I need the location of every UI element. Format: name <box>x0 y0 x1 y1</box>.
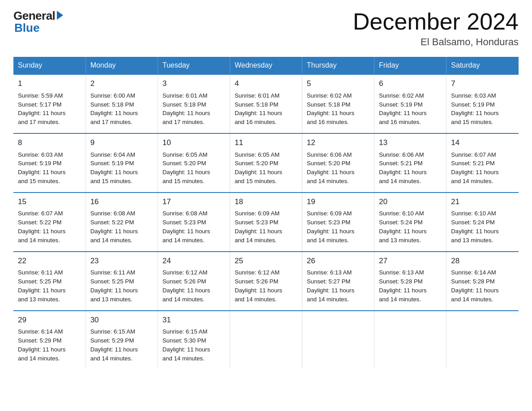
calendar-cell: 13Sunrise: 6:06 AM Sunset: 5:21 PM Dayli… <box>374 133 446 193</box>
day-number: 28 <box>451 256 514 267</box>
calendar-cell: 10Sunrise: 6:05 AM Sunset: 5:20 PM Dayli… <box>158 133 230 193</box>
day-number: 10 <box>163 137 225 149</box>
calendar-cell: 21Sunrise: 6:10 AM Sunset: 5:24 PM Dayli… <box>446 193 519 252</box>
day-number: 18 <box>235 197 297 208</box>
calendar-week-5: 29Sunrise: 6:14 AM Sunset: 5:29 PM Dayli… <box>13 311 519 369</box>
calendar-week-2: 8Sunrise: 6:03 AM Sunset: 5:19 PM Daylig… <box>13 133 519 193</box>
day-number: 26 <box>307 256 369 267</box>
day-number: 4 <box>235 78 297 90</box>
day-info: Sunrise: 6:11 AM Sunset: 5:25 PM Dayligh… <box>90 268 153 304</box>
day-info: Sunrise: 6:15 AM Sunset: 5:30 PM Dayligh… <box>163 327 225 363</box>
calendar-cell: 5Sunrise: 6:02 AM Sunset: 5:18 PM Daylig… <box>302 74 374 133</box>
calendar-week-1: 1Sunrise: 5:59 AM Sunset: 5:17 PM Daylig… <box>13 74 519 133</box>
day-number: 8 <box>18 137 81 149</box>
day-number: 13 <box>379 137 442 149</box>
day-info: Sunrise: 6:07 AM Sunset: 5:21 PM Dayligh… <box>451 150 514 186</box>
logo-triangle-icon <box>57 11 63 20</box>
calendar-cell: 2Sunrise: 6:00 AM Sunset: 5:18 PM Daylig… <box>86 74 158 133</box>
day-info: Sunrise: 6:09 AM Sunset: 5:23 PM Dayligh… <box>235 209 297 244</box>
day-info: Sunrise: 6:07 AM Sunset: 5:22 PM Dayligh… <box>18 209 81 244</box>
calendar-cell <box>230 311 302 369</box>
day-info: Sunrise: 6:13 AM Sunset: 5:28 PM Dayligh… <box>379 268 442 304</box>
day-info: Sunrise: 6:05 AM Sunset: 5:20 PM Dayligh… <box>163 150 225 186</box>
day-info: Sunrise: 6:03 AM Sunset: 5:19 PM Dayligh… <box>451 91 514 127</box>
day-info: Sunrise: 6:06 AM Sunset: 5:20 PM Dayligh… <box>307 150 369 186</box>
day-number: 14 <box>451 137 514 149</box>
day-info: Sunrise: 6:03 AM Sunset: 5:19 PM Dayligh… <box>18 150 81 186</box>
day-info: Sunrise: 6:02 AM Sunset: 5:18 PM Dayligh… <box>307 91 369 127</box>
header-tuesday: Tuesday <box>158 57 230 74</box>
calendar-cell: 9Sunrise: 6:04 AM Sunset: 5:19 PM Daylig… <box>86 133 158 193</box>
calendar-cell: 1Sunrise: 5:59 AM Sunset: 5:17 PM Daylig… <box>13 74 86 133</box>
day-info: Sunrise: 6:02 AM Sunset: 5:19 PM Dayligh… <box>379 91 442 127</box>
day-number: 16 <box>90 197 153 208</box>
day-info: Sunrise: 6:05 AM Sunset: 5:20 PM Dayligh… <box>235 150 297 186</box>
day-number: 9 <box>90 137 153 149</box>
calendar-cell: 7Sunrise: 6:03 AM Sunset: 5:19 PM Daylig… <box>446 74 519 133</box>
day-number: 2 <box>90 78 153 90</box>
day-info: Sunrise: 6:09 AM Sunset: 5:23 PM Dayligh… <box>307 209 369 244</box>
header-wednesday: Wednesday <box>230 57 302 74</box>
header-monday: Monday <box>86 57 158 74</box>
day-info: Sunrise: 6:08 AM Sunset: 5:23 PM Dayligh… <box>163 209 225 244</box>
day-info: Sunrise: 6:12 AM Sunset: 5:26 PM Dayligh… <box>163 268 225 304</box>
day-number: 27 <box>379 256 442 267</box>
calendar-cell: 6Sunrise: 6:02 AM Sunset: 5:19 PM Daylig… <box>374 74 446 133</box>
day-info: Sunrise: 6:04 AM Sunset: 5:19 PM Dayligh… <box>90 150 153 186</box>
header-sunday: Sunday <box>13 57 86 74</box>
calendar-cell: 16Sunrise: 6:08 AM Sunset: 5:22 PM Dayli… <box>86 193 158 252</box>
calendar-cell: 25Sunrise: 6:12 AM Sunset: 5:26 PM Dayli… <box>230 252 302 311</box>
day-info: Sunrise: 6:14 AM Sunset: 5:28 PM Dayligh… <box>451 268 514 304</box>
day-number: 31 <box>163 315 225 326</box>
calendar-cell <box>302 311 374 369</box>
calendar-cell: 28Sunrise: 6:14 AM Sunset: 5:28 PM Dayli… <box>446 252 519 311</box>
title-section: December 2024 El Balsamo, Honduras <box>353 9 519 48</box>
day-number: 17 <box>163 197 225 208</box>
calendar-cell: 19Sunrise: 6:09 AM Sunset: 5:23 PM Dayli… <box>302 193 374 252</box>
logo-blue-text: Blue <box>13 21 39 35</box>
subtitle: El Balsamo, Honduras <box>353 36 519 48</box>
calendar-table: SundayMondayTuesdayWednesdayThursdayFrid… <box>13 57 519 369</box>
page-header: General Blue December 2024 El Balsamo, H… <box>13 9 519 48</box>
day-number: 12 <box>307 137 369 149</box>
day-number: 1 <box>18 78 81 90</box>
day-number: 24 <box>163 256 225 267</box>
calendar-cell: 22Sunrise: 6:11 AM Sunset: 5:25 PM Dayli… <box>13 252 86 311</box>
header-thursday: Thursday <box>302 57 374 74</box>
day-number: 19 <box>307 197 369 208</box>
calendar-cell: 31Sunrise: 6:15 AM Sunset: 5:30 PM Dayli… <box>158 311 230 369</box>
calendar-cell: 17Sunrise: 6:08 AM Sunset: 5:23 PM Dayli… <box>158 193 230 252</box>
day-info: Sunrise: 6:14 AM Sunset: 5:29 PM Dayligh… <box>18 327 81 363</box>
day-number: 25 <box>235 256 297 267</box>
day-info: Sunrise: 6:11 AM Sunset: 5:25 PM Dayligh… <box>18 268 81 304</box>
calendar-cell: 18Sunrise: 6:09 AM Sunset: 5:23 PM Dayli… <box>230 193 302 252</box>
day-info: Sunrise: 6:06 AM Sunset: 5:21 PM Dayligh… <box>379 150 442 186</box>
day-number: 23 <box>90 256 153 267</box>
main-title: December 2024 <box>353 9 519 34</box>
day-info: Sunrise: 5:59 AM Sunset: 5:17 PM Dayligh… <box>18 91 81 127</box>
day-number: 3 <box>163 78 225 90</box>
calendar-week-4: 22Sunrise: 6:11 AM Sunset: 5:25 PM Dayli… <box>13 252 519 311</box>
day-number: 20 <box>379 197 442 208</box>
day-number: 22 <box>18 256 81 267</box>
day-number: 15 <box>18 197 81 208</box>
calendar-cell: 24Sunrise: 6:12 AM Sunset: 5:26 PM Dayli… <box>158 252 230 311</box>
calendar-cell: 11Sunrise: 6:05 AM Sunset: 5:20 PM Dayli… <box>230 133 302 193</box>
logo: General Blue <box>13 9 63 35</box>
calendar-cell: 14Sunrise: 6:07 AM Sunset: 5:21 PM Dayli… <box>446 133 519 193</box>
day-number: 30 <box>90 315 153 326</box>
calendar-cell: 12Sunrise: 6:06 AM Sunset: 5:20 PM Dayli… <box>302 133 374 193</box>
day-info: Sunrise: 6:00 AM Sunset: 5:18 PM Dayligh… <box>90 91 153 127</box>
calendar-cell: 26Sunrise: 6:13 AM Sunset: 5:27 PM Dayli… <box>302 252 374 311</box>
day-number: 7 <box>451 78 514 90</box>
day-info: Sunrise: 6:10 AM Sunset: 5:24 PM Dayligh… <box>379 209 442 244</box>
calendar-cell: 3Sunrise: 6:01 AM Sunset: 5:18 PM Daylig… <box>158 74 230 133</box>
calendar-cell: 4Sunrise: 6:01 AM Sunset: 5:18 PM Daylig… <box>230 74 302 133</box>
calendar-cell <box>374 311 446 369</box>
calendar-cell: 8Sunrise: 6:03 AM Sunset: 5:19 PM Daylig… <box>13 133 86 193</box>
calendar-cell: 29Sunrise: 6:14 AM Sunset: 5:29 PM Dayli… <box>13 311 86 369</box>
header-friday: Friday <box>374 57 446 74</box>
calendar-cell <box>446 311 519 369</box>
day-number: 29 <box>18 315 81 326</box>
day-info: Sunrise: 6:12 AM Sunset: 5:26 PM Dayligh… <box>235 268 297 304</box>
